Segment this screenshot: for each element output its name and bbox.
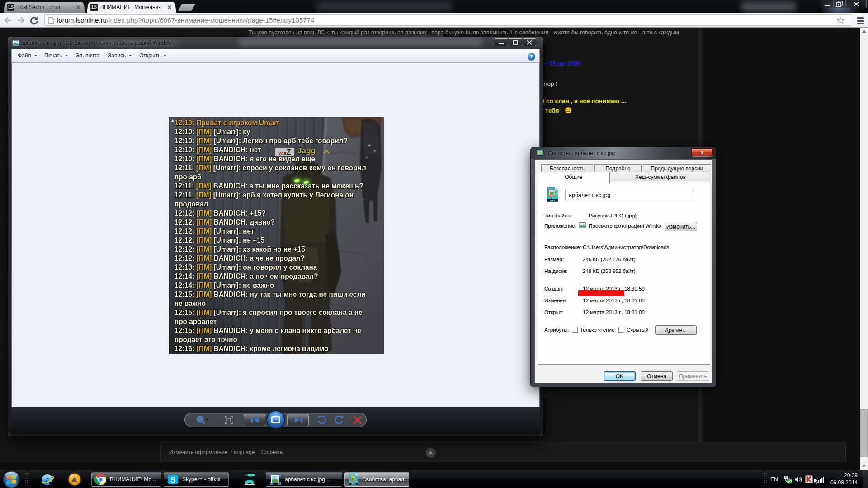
reload-button[interactable]: [29, 16, 38, 25]
tray-grip[interactable]: [762, 473, 767, 486]
chat-segment: не важно: [175, 299, 206, 308]
kaspersky-tray-icon[interactable]: [805, 475, 813, 485]
go-to-top-button[interactable]: [426, 448, 436, 458]
taskbar-grip[interactable]: [25, 473, 30, 486]
dialog-close-button[interactable]: x: [691, 148, 713, 156]
delete-button[interactable]: [353, 415, 363, 427]
size-value: 246 КБ (252 176 байт): [583, 256, 636, 263]
menu-4[interactable]: Запись: [108, 52, 132, 59]
chat-overlay: 12:10: Приват с игроком Umarr12:10: [ПМ]…: [175, 118, 354, 353]
previous-button[interactable]: [244, 414, 265, 426]
svg-text:JPEG: JPEG: [550, 199, 555, 202]
chrome-menu-button[interactable]: [857, 17, 864, 24]
menu-1[interactable]: Файл: [18, 52, 37, 59]
menu-2[interactable]: Печать: [44, 52, 68, 59]
language-indicator[interactable]: EN: [770, 476, 778, 483]
dialog-tab-Подробно[interactable]: Подробно: [594, 164, 642, 172]
forum-reply-text: нор !: [544, 80, 557, 87]
change-app-button[interactable]: Изменить...: [665, 222, 697, 231]
dialog-client-area: БезопасностьПодробноПредыдущие версииОбщ…: [534, 159, 712, 383]
separator: [544, 238, 705, 239]
tab-close-button[interactable]: [75, 4, 81, 10]
apply-button[interactable]: Применить: [677, 371, 709, 381]
chat-line: 12:15: [ПМ] [Umarr]: я спросил про твоег…: [175, 308, 354, 317]
chat-line: 12:11: [ПМ] BANDICH: а ты мне рассказать…: [175, 182, 354, 191]
chat-segment: [Umarr]: арб я хотел купить у Легиона он: [212, 191, 354, 199]
page-scrollbar[interactable]: [860, 28, 868, 470]
taskbar-button-photoviewer[interactable]: арбалет с кс.jpg ...: [266, 472, 342, 487]
scrollbar-thumb[interactable]: [860, 409, 868, 457]
browser-tab-bar: LSLost Sector ForumLSВНИМАНИЕ! Мошенник: [0, 0, 868, 13]
chat-segment: 12:15:: [175, 290, 196, 299]
zoom-button[interactable]: [196, 415, 209, 427]
address-bar[interactable]: forum.lsonline.ru/index.php?/topic/6067-…: [44, 14, 852, 26]
browser-close-button[interactable]: [846, 0, 866, 8]
footer-link-3[interactable]: Справка: [261, 449, 283, 455]
chat-segment: [ПМ]: [196, 281, 212, 290]
taskbar-button-skype[interactable]: S Skype™ - offkol: [164, 472, 229, 487]
play-slideshow-button[interactable]: [266, 410, 286, 430]
chat-segment: BANDICH: а че не продал?: [212, 254, 305, 263]
pv-minimize-button[interactable]: [495, 38, 508, 46]
photo-viewer-window-controls: [494, 38, 536, 46]
location-value: C:\Users\Администратор\Downloads: [583, 244, 669, 250]
dialog-tab-Общие[interactable]: Общие: [538, 172, 610, 183]
readonly-checkbox[interactable]: [572, 327, 578, 333]
scrollbar-up-arrow[interactable]: [860, 28, 868, 35]
chat-segment: [ПМ]: [196, 290, 212, 299]
taskbar-button-jpeg[interactable]: JPEG Свойства: арбал...: [344, 472, 409, 487]
tab-title: ВНИМАНИЕ! Мошенник: [100, 4, 165, 10]
forward-button[interactable]: [16, 16, 25, 25]
usb-tray-icon[interactable]: [783, 475, 792, 486]
pv-close-button[interactable]: [523, 38, 536, 46]
scrollbar-down-arrow[interactable]: [860, 463, 868, 470]
taskbar-pinned-internet-explorer[interactable]: [40, 472, 55, 488]
ok-button[interactable]: OK: [604, 371, 636, 381]
new-tab-button[interactable]: [178, 4, 196, 11]
browser-tab-1[interactable]: LSLost Sector Forum: [4, 1, 85, 13]
page-bottom: [0, 462, 860, 470]
help-button[interactable]: ?: [528, 53, 535, 61]
desktop-screen: LSLost Sector ForumLSВНИМАНИЕ! Мошенник …: [0, 0, 868, 488]
dialog-tab-Предыдущие версии[interactable]: Предыдущие версии: [643, 164, 711, 172]
fit-to-window-button[interactable]: [224, 416, 233, 427]
rotate-counterclockwise-button[interactable]: [316, 415, 327, 427]
chat-segment: BANDICH: я его не видел еще: [212, 155, 315, 163]
chat-segment: 12:14:: [175, 281, 196, 290]
taskbar-pinned-app[interactable]: [242, 472, 257, 488]
player-nickname: Jagg: [297, 146, 316, 155]
rotate-clockwise-button[interactable]: [334, 415, 344, 427]
forum-quote-link[interactable]: + 15 pp-2000: [544, 60, 580, 67]
tab-close-button[interactable]: [166, 4, 173, 10]
show-desktop-button[interactable]: [863, 470, 868, 488]
menu-3[interactable]: Эл. почта: [75, 52, 99, 59]
menu-5[interactable]: Открыть: [139, 52, 166, 59]
tray-clock-time[interactable]: 20:39: [838, 472, 858, 479]
chat-line: 12:11: [ПМ] [Umarr]: арб я хотел купить …: [175, 191, 354, 200]
tray-clock-date[interactable]: 06.08.2014: [829, 479, 858, 486]
chat-segment: 12:12:: [175, 227, 196, 235]
pv-maximize-button[interactable]: [509, 38, 522, 46]
next-button[interactable]: [287, 414, 309, 426]
start-button[interactable]: [2, 470, 20, 488]
back-button[interactable]: [4, 16, 13, 25]
filename-input[interactable]: [565, 190, 694, 200]
dialog-tab-Безопасность[interactable]: Безопасность: [541, 164, 593, 172]
footer-link-1[interactable]: Изменить оформление: [169, 449, 227, 455]
bookmark-star-icon[interactable]: [837, 17, 844, 24]
browser-minimize-button[interactable]: [821, 0, 834, 8]
close-x-icon: [853, 1, 859, 6]
chat-segment: 12:10:: [175, 136, 196, 145]
volume-tray-icon[interactable]: [794, 475, 802, 485]
taskbar-pinned-aimp[interactable]: [67, 472, 82, 488]
chat-line: продает это точно: [175, 335, 354, 344]
other-attributes-button[interactable]: Другие...: [655, 325, 697, 335]
chevron-down-icon: [34, 55, 37, 56]
footer-link-2[interactable]: Language: [231, 449, 255, 455]
dialog-tab-Хеш-суммы файлов[interactable]: Хеш-суммы файлов: [611, 173, 710, 181]
cancel-button[interactable]: Отмена: [641, 371, 673, 381]
hidden-checkbox[interactable]: [618, 327, 624, 333]
browser-tab-2[interactable]: LSВНИМАНИЕ! Мошенник: [87, 1, 176, 13]
browser-restore-button[interactable]: [834, 0, 846, 8]
taskbar-button-chrome[interactable]: ВНИМАНИЕ! Мо...: [91, 472, 161, 487]
